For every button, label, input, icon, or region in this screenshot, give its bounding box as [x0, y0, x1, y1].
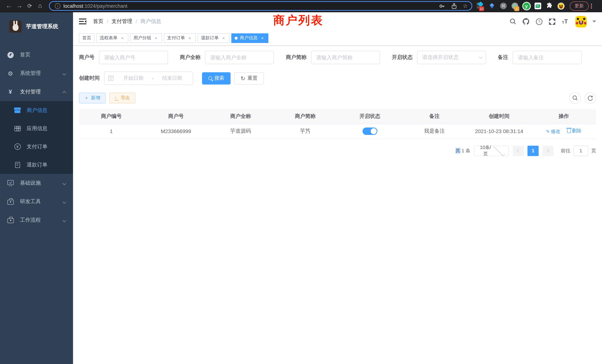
sidebar-item-pay-order[interactable]: ¥ 支付订单: [0, 138, 73, 156]
pencil-icon: ✎: [546, 129, 550, 134]
monitor-icon: [7, 181, 14, 185]
search-icon: [208, 76, 212, 80]
breadcrumb-home[interactable]: 首页: [93, 18, 103, 25]
browser-menu-icon[interactable]: [591, 3, 592, 8]
sidebar-item-home[interactable]: 首页: [0, 46, 73, 64]
browser-forward-icon[interactable]: →: [14, 1, 24, 11]
col-merchant-no: 商户号: [144, 109, 208, 124]
sidebar-item-merchant-info[interactable]: 商户信息: [0, 101, 73, 119]
goto-page-input[interactable]: [573, 146, 588, 156]
cell-merchant-id: 1: [79, 124, 144, 139]
extension-recorder-icon[interactable]: 1: [511, 2, 519, 10]
url-text[interactable]: localhost:1024/pay/merchant: [63, 3, 433, 9]
cell-short-name: 芋艿: [273, 124, 337, 139]
yen-icon: ¥: [7, 89, 14, 95]
breadcrumb-payment[interactable]: 支付管理: [112, 18, 132, 25]
tab-close-icon[interactable]: ×: [187, 35, 192, 41]
help-icon[interactable]: ?: [535, 17, 543, 26]
status-select[interactable]: 请选择开启状态: [417, 51, 486, 64]
add-button[interactable]: ＋ 新增: [79, 93, 106, 103]
sidebar-item-infrastructure[interactable]: 基础设施: [0, 174, 73, 192]
browser-back-icon[interactable]: ←: [4, 1, 14, 11]
extension-blue-diamond-icon[interactable]: 10: [477, 2, 484, 10]
password-key-icon[interactable]: [439, 3, 445, 9]
tab-user-group[interactable]: 用户分组×: [130, 33, 162, 43]
bookmark-star-icon[interactable]: ☆: [463, 3, 468, 9]
trash-icon: [567, 129, 571, 133]
user-avatar[interactable]: [575, 16, 587, 27]
tab-refund-order[interactable]: 退款订单×: [198, 33, 229, 43]
merchant-no-input[interactable]: [99, 51, 168, 64]
tab-close-icon[interactable]: ×: [120, 35, 125, 41]
page-number-1[interactable]: 1: [527, 146, 539, 156]
tab-home[interactable]: 首页: [79, 33, 95, 43]
full-name-label: 商户全称: [180, 54, 205, 61]
header-search-icon[interactable]: [509, 17, 517, 26]
address-bar[interactable]: i localhost:1024/pay/merchant ☆: [49, 1, 472, 11]
sidebar-item-payment[interactable]: ¥ 支付管理: [0, 83, 73, 101]
user-menu-caret-icon[interactable]: [592, 20, 596, 23]
sidebar-item-refund-order[interactable]: 退款订单: [0, 156, 73, 174]
share-icon[interactable]: [451, 3, 457, 9]
dashboard-icon: [7, 52, 14, 58]
site-info-icon[interactable]: i: [55, 3, 60, 9]
refresh-table-button[interactable]: [585, 92, 596, 104]
short-name-label: 商户简称: [286, 54, 311, 61]
sidebar-collapse-icon[interactable]: [79, 17, 87, 26]
cell-actions: ✎修改 删除: [531, 124, 596, 139]
chevron-down-icon: [63, 218, 66, 222]
page-annotation-title: 商户列表: [273, 13, 324, 28]
sidebar-item-system[interactable]: ⚙ 系统管理: [0, 64, 73, 83]
chevron-down-icon: [63, 181, 66, 185]
extension-badge: 1: [514, 6, 519, 11]
table-row: 1 M233666999 芋道源码 芋艿 我是备注 2021-10-23 08:…: [79, 124, 596, 139]
reset-button[interactable]: ↻ 重置: [234, 72, 264, 84]
col-create-time: 创建时间: [467, 109, 532, 124]
document-icon: [14, 162, 21, 168]
tab-pay-order[interactable]: 支付订单×: [164, 33, 196, 43]
edit-button[interactable]: ✎修改: [546, 128, 560, 135]
delete-button[interactable]: 删除: [567, 128, 582, 134]
create-time-range-picker[interactable]: 开始日期 - 结束日期: [104, 72, 193, 85]
tab-process-form[interactable]: 流程表单×: [96, 33, 128, 43]
tab-close-icon[interactable]: ×: [221, 35, 226, 41]
fullscreen-icon[interactable]: [548, 17, 556, 26]
sidebar-item-dev-tools[interactable]: 研发工具: [0, 192, 73, 211]
prev-page-button[interactable]: [513, 146, 524, 156]
export-button[interactable]: 导出: [109, 93, 135, 103]
tab-close-icon[interactable]: ×: [260, 35, 265, 41]
tab-merchant-info[interactable]: 商户信息×: [231, 33, 268, 43]
toggle-search-button[interactable]: [569, 92, 581, 104]
browser-reload-icon[interactable]: ⟳: [24, 1, 35, 11]
app-logo[interactable]: 芋道管理系统: [0, 12, 73, 40]
logo-image: [9, 20, 22, 32]
tab-close-icon[interactable]: ×: [153, 35, 159, 41]
chevron-right-icon: [546, 149, 549, 152]
cell-full-name: 芋道源码: [208, 124, 273, 139]
page-size-select[interactable]: 10条/页: [474, 146, 509, 156]
sidebar-item-app-info[interactable]: 应用信息: [0, 119, 73, 138]
svg-text:?: ?: [538, 20, 540, 23]
plus-icon: ＋: [84, 95, 89, 101]
search-button[interactable]: 搜索: [202, 72, 231, 84]
short-name-input[interactable]: [311, 51, 380, 64]
extension-yudao-icon[interactable]: y: [523, 2, 530, 10]
font-size-icon[interactable]: TT: [561, 17, 569, 26]
full-name-input[interactable]: [205, 51, 274, 64]
github-icon[interactable]: [522, 17, 530, 26]
cell-remark: 我是备注: [402, 124, 467, 139]
status-toggle[interactable]: [362, 128, 377, 135]
cell-create-time: 2021-10-23 08:31:14: [467, 124, 532, 139]
extension-chat-icon[interactable]: [534, 2, 542, 10]
sidebar-item-workflow[interactable]: 工作流程: [0, 211, 73, 229]
extension-gem-icon[interactable]: [488, 2, 496, 10]
remark-input[interactable]: [513, 51, 582, 64]
select-caret-icon: [479, 55, 483, 59]
next-page-button[interactable]: [542, 146, 553, 156]
extension-command-icon[interactable]: ⌘: [500, 2, 507, 10]
extension-emoji-icon[interactable]: [557, 2, 565, 10]
browser-home-icon[interactable]: ⌂: [35, 1, 45, 11]
chevron-up-icon: [63, 91, 66, 95]
extensions-puzzle-icon[interactable]: [546, 2, 553, 10]
browser-update-button[interactable]: 更新: [570, 1, 589, 11]
